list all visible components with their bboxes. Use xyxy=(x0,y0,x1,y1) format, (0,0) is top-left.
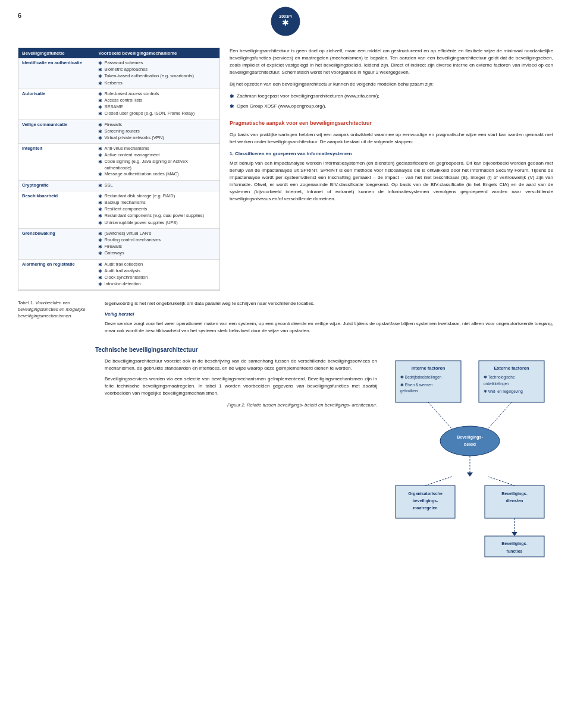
mechanism-text: Access control lists xyxy=(104,97,142,104)
right-text-column: Een beveiligingsarchitectuur is geen doe… xyxy=(230,48,553,291)
star-icon: ✱ xyxy=(98,67,102,73)
star-icon-1: ✱ xyxy=(230,93,234,101)
mechanism-text: Audit trail collection xyxy=(104,261,143,268)
star-icon: ✱ xyxy=(98,261,102,268)
star-icon: ✱ xyxy=(98,80,102,87)
star-icon: ✱ xyxy=(98,122,102,128)
table-row: Identificatie en authenticatie✱Password … xyxy=(18,58,219,89)
mechanism-text: Redundant components (e.g. dual power su… xyxy=(104,213,204,219)
mechanism-item: ✱Clock synchronisation xyxy=(98,275,216,281)
table-row: Alarmering en registratie✱Audit trail co… xyxy=(18,259,219,290)
top-section: Beveiligingsfunctie Voorbeeld beveiligin… xyxy=(18,48,553,291)
mechanisms-cell: ✱Password schemes✱Biometric approaches✱T… xyxy=(95,58,219,89)
table-row: Integriteit✱Anti-virus mechanisms✱Active… xyxy=(18,144,219,181)
bottom-content: De beveiligingsarchitectuur voorziet ook… xyxy=(18,358,553,561)
mechanism-text: Kerberos xyxy=(104,80,122,87)
function-cell: Autorisatie xyxy=(18,89,95,119)
mechanism-text: Screening routers xyxy=(104,128,139,135)
mechanism-text: Role-based access controls xyxy=(104,91,159,97)
mechanism-item: ✱Screening routers xyxy=(98,128,216,135)
svg-text:✱ Technologische: ✱ Technologische xyxy=(484,375,515,380)
mechanism-text: SESAME xyxy=(104,104,123,111)
bullet-zachman-text: Zachman toegepast voor beveiligingsarchi… xyxy=(237,93,379,100)
star-icon: ✱ xyxy=(98,111,102,117)
table-row: Veilige communicatie✱Firewalls✱Screening… xyxy=(18,119,219,144)
svg-text:gebruikers: gebruikers xyxy=(400,389,419,393)
function-cell: Cryptografie xyxy=(18,180,95,191)
star-icon-2: ✱ xyxy=(230,103,234,111)
mechanism-item: ✱Firewalls xyxy=(98,122,216,128)
svg-text:✱: ✱ xyxy=(282,18,289,27)
mechanisms-cell: ✱Redundant disk storage (e.g. RAID)✱Back… xyxy=(95,191,219,228)
svg-text:Beveiligings-: Beveiligings- xyxy=(501,491,528,496)
intro-paragraph: Een beveiligingsarchitectuur is geen doe… xyxy=(230,48,553,76)
diagram-svg: Interne factoren ✱ Bedrijfsdoelstellinge… xyxy=(387,358,553,560)
mechanism-text: Clock synchronisation xyxy=(104,275,148,281)
star-icon: ✱ xyxy=(98,91,102,97)
svg-rect-31 xyxy=(485,536,544,557)
star-icon: ✱ xyxy=(98,193,102,200)
mechanism-item: ✱Routing control mechanisms xyxy=(98,237,216,244)
mechanism-item: ✱SESAME xyxy=(98,104,216,111)
mechanism-item: ✱Audit trail analysis xyxy=(98,268,216,275)
svg-line-28 xyxy=(488,477,514,486)
bottom-left-text: De beveiligingsarchitectuur voorziet ook… xyxy=(105,358,377,561)
mechanism-text: Gateways xyxy=(104,250,124,257)
svg-text:functies: functies xyxy=(507,549,523,553)
mechanism-text: Code signing (e.g. Java signing or Activ… xyxy=(104,159,216,171)
star-icon: ✱ xyxy=(98,104,102,111)
mechanism-text: Token-based authentication (e.g. smartca… xyxy=(104,73,194,80)
star-icon: ✱ xyxy=(98,182,102,189)
mechanism-item: ✱Kerberos xyxy=(98,80,216,87)
mechanism-item: ✱Role-based access controls xyxy=(98,91,216,97)
middle-para2: Deze service zorgt voor het weer operati… xyxy=(105,320,553,335)
tech-title: Technische beveiligingsarchitectuur xyxy=(18,346,553,353)
svg-point-15 xyxy=(440,426,500,456)
function-cell: Alarmering en registratie xyxy=(18,259,95,290)
star-icon: ✱ xyxy=(98,250,102,257)
svg-text:Interne factoren: Interne factoren xyxy=(412,365,445,371)
mechanism-item: ✱Virtual private networks (VPN) xyxy=(98,135,216,141)
mechanism-text: SSL xyxy=(104,182,112,189)
function-cell: Integriteit xyxy=(18,144,95,181)
mechanism-item: ✱Intrusion detection xyxy=(98,281,216,288)
star-icon: ✱ xyxy=(98,220,102,226)
mechanism-item: ✱Biometric approaches xyxy=(98,67,216,73)
mechanism-item: ✱Redundant components (e.g. dual power s… xyxy=(98,213,216,219)
mechanisms-cell: ✱Anti-virus mechanisms✱Active content ma… xyxy=(95,144,219,181)
mechanism-item: ✱Token-based authentication (e.g. smartc… xyxy=(98,73,216,80)
section-text: Op basis van praktijkervaringen hebben w… xyxy=(230,131,553,146)
mechanism-item: ✱Active content management xyxy=(98,152,216,159)
mechanism-item: ✱Resilient components xyxy=(98,206,216,213)
mechanisms-cell: ✱Firewalls✱Screening routers✱Virtual pri… xyxy=(95,119,219,144)
svg-text:Beveiligings-: Beveiligings- xyxy=(501,541,528,546)
star-icon: ✱ xyxy=(98,206,102,213)
tabel-label: Tabel 1. Voorbeelden van beveiligingsfun… xyxy=(18,300,95,338)
mechanism-text: Active content management xyxy=(104,152,159,159)
mechanism-item: ✱Redundant disk storage (e.g. RAID) xyxy=(98,193,216,200)
star-icon: ✱ xyxy=(98,128,102,135)
svg-text:beleid: beleid xyxy=(464,442,476,446)
middle-section: Tabel 1. Voorbeelden van beveiligingsfun… xyxy=(18,300,553,338)
star-icon: ✱ xyxy=(98,152,102,159)
mechanism-text: Firewalls xyxy=(104,122,122,128)
mechanism-item: ✱Code signing (e.g. Java signing or Acti… xyxy=(98,159,216,171)
svg-line-14 xyxy=(488,402,512,429)
svg-text:beveiligings-: beveiligings- xyxy=(413,499,438,503)
svg-text:Beveiligings-: Beveiligings- xyxy=(457,435,483,440)
mechanism-item: ✱Closed user groups (e.g. ISDN, Frame Re… xyxy=(98,111,216,117)
svg-text:maatregelen: maatregelen xyxy=(413,506,437,510)
table-row: Beschikbaarheid✱Redundant disk storage (… xyxy=(18,191,219,228)
tabel-title: Tabel 1. Voorbeelden van beveiligingsfun… xyxy=(18,300,86,319)
table-row: Grensbewaking✱(Switches) virtual LAN's✱R… xyxy=(18,228,219,259)
table-row: Cryptografie✱SSL xyxy=(18,180,219,191)
svg-text:✱ Eisen & wensen: ✱ Eisen & wensen xyxy=(400,383,433,387)
mechanism-text: Resilient components xyxy=(104,206,147,213)
security-table: Beveiligingsfunctie Voorbeeld beveiligin… xyxy=(18,48,220,291)
mechanisms-cell: ✱(Switches) virtual LAN's✱Routing contro… xyxy=(95,228,219,259)
svg-text:Externe factoren: Externe factoren xyxy=(494,365,529,371)
mechanism-text: Biometric approaches xyxy=(104,67,148,73)
mechanism-text: (Switches) virtual LAN's xyxy=(104,231,151,237)
middle-text: tegenwoordig is het niet ongebruikelijk … xyxy=(105,300,553,338)
star-icon: ✱ xyxy=(98,73,102,80)
